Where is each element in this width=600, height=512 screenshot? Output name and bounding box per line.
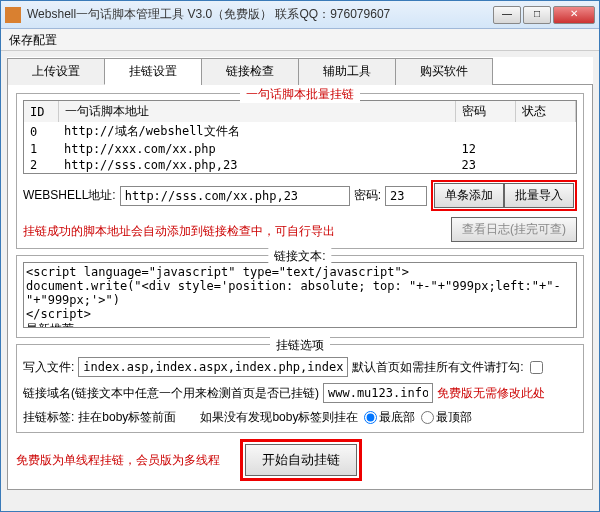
col-addr: 一句话脚本地址 <box>58 101 456 122</box>
default-label: 默认首页如需挂所有文件请打勾: <box>352 359 523 376</box>
all-files-checkbox[interactable] <box>530 361 543 374</box>
tag-label: 挂链标签: <box>23 409 74 426</box>
table-row[interactable]: 2http://sss.com/xx.php,2323 <box>24 157 576 173</box>
tab-link-check[interactable]: 链接检查 <box>201 58 299 85</box>
group-batch: 一句话脚本批量挂链 ID 一句话脚本地址 密码 状态 0http://域名/we… <box>16 93 584 249</box>
group-link-text: 链接文本: <script language="javascript" type… <box>16 255 584 338</box>
tag-mid-text: 如果没有发现boby标签则挂在 <box>200 409 358 426</box>
group-opts-title: 挂链选项 <box>270 337 330 354</box>
start-highlight: 开始自动挂链 <box>240 439 362 481</box>
tag-before-text: 挂在boby标签前面 <box>78 409 176 426</box>
addr-input[interactable] <box>120 186 350 206</box>
footer-note: 免费版为单线程挂链，会员版为多线程 <box>16 452 220 469</box>
domain-label: 链接域名(链接文本中任意一个用来检测首页是否已挂链) <box>23 385 319 402</box>
menu-save[interactable]: 保存配置 <box>9 33 57 47</box>
addr-label: WEBSHELL地址: <box>23 187 116 204</box>
titlebar: Webshell一句话脚本管理工具 V3.0（免费版） 联系QQ：9760796… <box>1 1 599 29</box>
batch-hint: 挂链成功的脚本地址会自动添加到链接检查中，可自行导出 <box>23 223 447 240</box>
opt-top[interactable]: 最顶部 <box>419 409 472 426</box>
radio-bottom[interactable] <box>364 411 377 424</box>
add-single-button[interactable]: 单条添加 <box>434 183 504 208</box>
opt-bottom[interactable]: 最底部 <box>362 409 415 426</box>
tab-aux[interactable]: 辅助工具 <box>298 58 396 85</box>
group-text-title: 链接文本: <box>268 248 331 265</box>
close-button[interactable]: ✕ <box>553 6 595 24</box>
tab-buy[interactable]: 购买软件 <box>395 58 493 85</box>
tab-upload[interactable]: 上传设置 <box>7 58 105 85</box>
start-button[interactable]: 开始自动挂链 <box>245 444 357 476</box>
minimize-button[interactable]: — <box>493 6 521 24</box>
domain-hint: 免费版无需修改此处 <box>437 385 545 402</box>
table-row[interactable]: 0http://域名/webshell文件名 <box>24 122 576 141</box>
pwd-input[interactable] <box>385 186 427 206</box>
domain-input[interactable] <box>323 383 433 403</box>
script-textarea[interactable]: <script language="javascript" type="text… <box>23 262 577 328</box>
write-label: 写入文件: <box>23 359 74 376</box>
col-status: 状态 <box>516 101 576 122</box>
table-row[interactable]: 1http://xxx.com/xx.php12 <box>24 141 576 157</box>
col-id: ID <box>24 101 58 122</box>
maximize-button[interactable]: □ <box>523 6 551 24</box>
add-batch-button[interactable]: 批量导入 <box>504 183 574 208</box>
tabs: 上传设置 挂链设置 链接检查 辅助工具 购买软件 <box>7 57 593 85</box>
write-input[interactable] <box>78 357 348 377</box>
tab-link-setup[interactable]: 挂链设置 <box>104 58 202 85</box>
menubar: 保存配置 <box>1 29 599 51</box>
app-icon <box>5 7 21 23</box>
group-batch-title: 一句话脚本批量挂链 <box>240 86 360 103</box>
window-title: Webshell一句话脚本管理工具 V3.0（免费版） 联系QQ：9760796… <box>27 6 493 23</box>
shell-table[interactable]: ID 一句话脚本地址 密码 状态 0http://域名/webshell文件名 … <box>23 100 577 174</box>
col-pwd: 密码 <box>456 101 516 122</box>
pwd-label: 密码: <box>354 187 381 204</box>
add-buttons-highlight: 单条添加 批量导入 <box>431 180 577 211</box>
view-log-button[interactable]: 查看日志(挂完可查) <box>451 217 577 242</box>
group-options: 挂链选项 写入文件: 默认首页如需挂所有文件请打勾: 链接域名(链接文本中任意一… <box>16 344 584 433</box>
radio-top[interactable] <box>421 411 434 424</box>
